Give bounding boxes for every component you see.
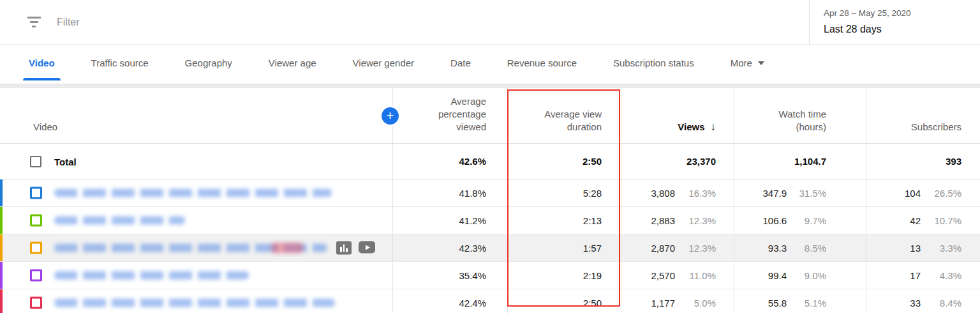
column-header-views-sorted[interactable]: Views ↓ (621, 88, 734, 143)
youtube-play-icon[interactable] (359, 241, 375, 254)
row-checkbox[interactable] (30, 242, 42, 254)
table-top-divider (0, 84, 980, 88)
blurred-highlighted-word (271, 243, 303, 254)
video-title-blurred[interactable] (54, 217, 185, 225)
date-range-picker[interactable]: Apr 28 – May 25, 2020 Last 28 days (809, 0, 980, 45)
series-color-bar (0, 207, 3, 234)
table-row: 41.2% 2:13 2,88312.3% 106.69.7% 4210.7% (0, 207, 980, 234)
add-metric-button[interactable]: + (382, 107, 399, 125)
column-header-avg-percentage-viewed[interactable]: Average percentage viewed (392, 88, 507, 143)
avg-duration-cell: 1:57 (507, 234, 621, 261)
avg-duration-cell: 2:19 (507, 262, 621, 289)
tab-viewer-age[interactable]: Viewer age (269, 45, 316, 81)
total-views: 23,370 (621, 144, 734, 179)
video-title-blurred[interactable] (54, 299, 335, 307)
avg-duration-cell: 2:50 (507, 289, 621, 313)
table-row: 41.8% 5:28 3,80816.3% 347.931.5% 10426.5… (0, 179, 980, 207)
chevron-down-icon (758, 61, 764, 65)
youtube-studio-analytics-page: Apr 28 – May 25, 2020 Last 28 days Video… (0, 0, 980, 313)
video-cell (0, 262, 392, 289)
video-title-blurred[interactable] (54, 271, 249, 280)
total-row: Total 42.6% 2:50 23,370 1,104.7 393 (0, 144, 980, 179)
table-row: 42.4% 2:50 1,1775.0% 55.85.1% 338.4% (0, 289, 980, 313)
column-header-video[interactable]: Video + (0, 88, 392, 143)
subscribers-cell: 338.4% (866, 289, 980, 313)
column-header-avg-view-duration[interactable]: Average view duration (507, 88, 621, 143)
total-video-cell: Total (0, 144, 392, 179)
sort-desc-icon: ↓ (711, 121, 716, 134)
series-color-bar (0, 234, 3, 261)
row-hover-actions (336, 241, 375, 255)
analytics-icon[interactable] (336, 241, 352, 255)
video-cell (0, 207, 392, 234)
column-header-watch-time[interactable]: Watch time (hours) (734, 88, 866, 143)
video-title-blurred[interactable] (54, 189, 332, 197)
table-row: 35.4% 2:19 2,57011.0% 99.49.0% 174.3% (0, 262, 980, 289)
views-cell: 2,87012.3% (621, 234, 734, 261)
total-subscribers: 393 (866, 144, 980, 179)
filter-bar: Apr 28 – May 25, 2020 Last 28 days (0, 0, 980, 45)
total-label: Total (54, 156, 77, 167)
watch-time-cell: 55.85.1% (734, 289, 866, 313)
watch-time-cell: 106.69.7% (734, 207, 866, 234)
tab-video[interactable]: Video (29, 45, 55, 81)
views-cell: 2,57011.0% (621, 262, 734, 289)
total-avg-duration: 2:50 (507, 144, 621, 179)
tab-subscription-status[interactable]: Subscription status (613, 45, 694, 81)
filter-input[interactable] (57, 17, 440, 28)
avg-pct-cell: 41.2% (392, 207, 507, 234)
tab-traffic-source[interactable]: Traffic source (91, 45, 149, 81)
series-color-bar (0, 289, 3, 313)
views-cell: 2,88312.3% (621, 207, 734, 234)
tab-date[interactable]: Date (450, 45, 471, 81)
views-cell: 3,80816.3% (621, 179, 734, 206)
filter-icon[interactable] (27, 17, 41, 27)
avg-pct-cell: 42.4% (392, 289, 507, 313)
select-all-checkbox[interactable] (30, 156, 41, 167)
table-row-hovered: 42.3% 1:57 2,87012.3% 93.38.5% 133.3% (0, 234, 980, 262)
subscribers-cell: 133.3% (866, 234, 980, 261)
watch-time-cell: 347.931.5% (734, 179, 866, 206)
avg-pct-cell: 42.3% (392, 234, 507, 261)
subscribers-cell: 174.3% (866, 262, 980, 289)
avg-duration-cell: 5:28 (507, 179, 621, 206)
date-range-text: Apr 28 – May 25, 2020 (824, 7, 980, 20)
series-color-bar (0, 179, 3, 206)
total-watch-time: 1,104.7 (734, 144, 866, 179)
total-avg-pct: 42.6% (392, 144, 507, 179)
avg-duration-cell: 2:13 (507, 207, 621, 234)
video-title-blurred[interactable] (54, 244, 327, 252)
avg-pct-cell: 35.4% (392, 262, 507, 289)
tab-more[interactable]: More (731, 45, 764, 81)
table-header: Video + Average percentage viewed Averag… (0, 88, 980, 144)
dimension-tabs: Video Traffic source Geography Viewer ag… (0, 45, 980, 81)
avg-pct-cell: 41.8% (392, 179, 507, 206)
row-checkbox[interactable] (30, 297, 42, 309)
watch-time-cell: 99.49.0% (734, 262, 866, 289)
video-cell (0, 234, 392, 261)
tab-more-label: More (731, 57, 752, 68)
row-checkbox[interactable] (30, 215, 42, 227)
subscribers-cell: 4210.7% (866, 207, 980, 234)
views-cell: 1,1775.0% (621, 289, 734, 313)
video-cell (0, 289, 392, 313)
column-header-subscribers[interactable]: Subscribers (866, 88, 980, 143)
subscribers-cell: 10426.5% (866, 179, 980, 206)
series-color-bar (0, 262, 3, 289)
row-checkbox[interactable] (30, 187, 42, 199)
tab-revenue-source[interactable]: Revenue source (507, 45, 577, 81)
watch-time-cell: 93.38.5% (734, 234, 866, 261)
row-checkbox[interactable] (30, 270, 42, 282)
video-cell (0, 179, 392, 206)
tab-geography[interactable]: Geography (185, 45, 232, 81)
date-range-label: Last 28 days (824, 21, 980, 38)
tab-viewer-gender[interactable]: Viewer gender (353, 45, 414, 81)
